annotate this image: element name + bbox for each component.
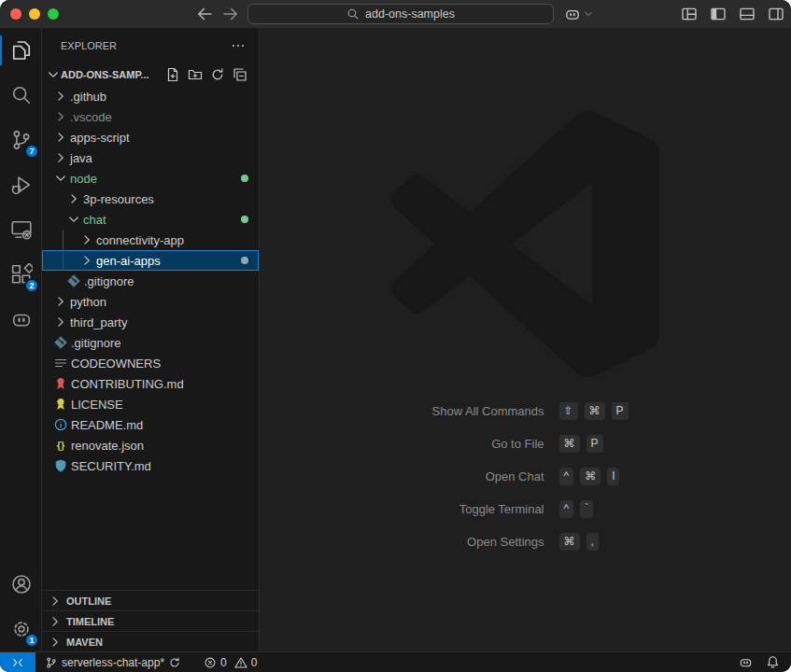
new-folder-icon[interactable] [188,67,203,82]
panel-maven[interactable]: MAVEN [42,631,259,651]
tree-item-third-party[interactable]: third_party [42,312,259,332]
refresh-icon[interactable] [210,67,225,82]
minimize-button[interactable] [29,8,40,20]
tree-item-license[interactable]: LICENSE [42,394,259,414]
shortcut-row: Open Chat^⌘I [260,463,791,489]
warning-count: 0 [251,656,258,669]
new-file-icon[interactable] [165,67,180,82]
branch-label: serverless-chat-app* [62,656,164,669]
shortcut-label: Show All Commands [311,404,544,418]
title-bar: add-ons-samples [0,0,791,28]
editor-area: Show All Commands⇧⌘PGo to File⌘POpen Cha… [260,28,791,651]
copilot-icon[interactable] [739,655,753,669]
tree-item--github[interactable]: .github [42,86,259,106]
workspace-section-label: ADD-ONS-SAMP... [61,69,149,80]
panel-timeline[interactable]: TIMELINE [42,610,259,631]
shortcut-row: Open Settings⌘, [260,528,791,554]
activity-item-accounts[interactable] [0,562,42,607]
tree-item--gitignore[interactable]: .gitignore [42,332,259,353]
tree-item-label: chat [83,213,106,227]
tree-item-label: LICENSE [71,398,123,412]
customize-layout-icon[interactable] [681,6,698,22]
tree-item-python[interactable]: python [42,291,259,312]
search-icon [346,7,360,21]
collapse-all-icon[interactable] [233,67,247,82]
chevron-right-icon [66,212,81,227]
tree-item-chat[interactable]: chat [42,209,259,230]
tree-item-connectivity-app[interactable]: connectivity-app [42,230,259,250]
workspace-section-header[interactable]: ADD-ONS-SAMP... [42,63,259,86]
tree-item--vscode[interactable]: .vscode [42,106,259,127]
tree-item-readme-md[interactable]: README.md [42,414,259,435]
search-icon [10,84,33,106]
tree-item-label: java [70,151,92,165]
activity-item-explorer[interactable] [0,28,42,73]
chevron-right-icon [53,89,68,104]
chevron-right-icon [66,191,81,206]
problems-status[interactable]: 0 0 [204,656,257,669]
chevron-down-icon [46,67,61,82]
tree-item-3p-resources[interactable]: 3p-resources [42,189,259,209]
activity-item-source-control[interactable]: 7 [0,118,42,162]
copilot-menu-button[interactable] [561,4,597,24]
vscode-window: add-ons-samples 72 1 EXPLORER A [0,0,791,672]
tree-item-label: .vscode [70,110,112,124]
back-button[interactable] [194,5,215,23]
forward-button[interactable] [220,5,241,23]
chevron-right-icon [48,594,63,609]
remote-indicator[interactable] [0,652,35,672]
activity-item-settings[interactable]: 1 [0,607,42,651]
keycap: , [586,533,599,551]
tree-item-label: gen-ai-apps [96,254,161,268]
tree-item-apps-script[interactable]: apps-script [42,127,259,147]
tree-item-label: .gitignore [84,274,134,288]
panel-label: OUTLINE [66,595,111,607]
tree-item-renovate-json[interactable]: {}renovate.json [42,435,259,455]
bell-icon[interactable] [766,655,780,669]
activity-item-copilot-chat[interactable] [0,297,42,342]
close-button[interactable] [10,8,21,20]
keycap: ⌘ [585,402,605,420]
git-modified-dot [241,257,248,264]
tree-item-label: renovate.json [71,439,144,453]
tree-item-node[interactable]: node [42,168,259,189]
list-icon [53,356,68,371]
tree-item-label: CONTRIBUTING.md [71,377,184,391]
tree-item-security-md[interactable]: SECURITY.md [42,455,259,476]
tree-item-label: README.md [71,418,143,432]
ribbon-red-icon [53,376,68,391]
activity-item-remote-explorer[interactable] [0,207,42,252]
keyboard-shortcuts-watermark: Show All Commands⇧⌘PGo to File⌘POpen Cha… [260,398,791,561]
chevron-down-icon [583,8,594,20]
shortcut-label: Open Settings [311,535,544,549]
chevron-right-icon [53,150,68,165]
git-branch-status[interactable]: serverless-chat-app* [45,656,181,669]
tree-item-label: python [70,295,106,309]
tree-item-contributing-md[interactable]: CONTRIBUTING.md [42,373,259,394]
ribbon-yellow-icon [53,397,68,412]
back-icon [194,4,215,24]
toggle-panel-icon[interactable] [739,6,756,22]
shortcut-keys: ⌘, [544,533,741,551]
activity-item-run-debug[interactable] [0,162,42,207]
command-center-search[interactable]: add-ons-samples [247,4,554,24]
tree-item-codeowners[interactable]: CODEOWNERS [42,353,259,373]
tree-item--gitignore[interactable]: .gitignore [42,271,259,291]
keycap: ^ [559,468,574,485]
activity-item-extensions[interactable]: 2 [0,252,42,297]
panel-outline[interactable]: OUTLINE [42,590,259,610]
copilot-icon [10,308,33,330]
toggle-secondary-sidebar-icon[interactable] [768,6,784,22]
git-icon [66,273,81,288]
activity-item-search[interactable] [0,73,42,118]
tree-item-label: .gitignore [71,336,120,350]
tree-item-java[interactable]: java [42,147,259,168]
maximize-button[interactable] [48,8,59,20]
keycap: P [612,402,629,420]
keycap: ⇧ [559,402,578,420]
toggle-primary-sidebar-icon[interactable] [710,6,727,22]
info-icon [53,417,68,432]
ellipsis-icon[interactable] [231,38,246,53]
tree-item-gen-ai-apps[interactable]: gen-ai-apps [42,250,259,271]
shortcut-label: Toggle Terminal [311,502,544,516]
